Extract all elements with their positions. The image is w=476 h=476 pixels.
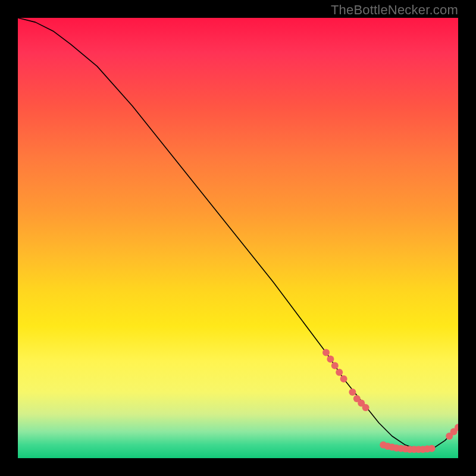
marker-dot [327,356,334,363]
marker-dot [336,369,343,376]
marker-dot [349,389,356,396]
plot-area [18,18,458,458]
chart-svg [18,18,458,458]
curve-line [18,18,458,449]
marker-dot [428,445,436,452]
watermark-text: TheBottleNecker.com [331,2,458,18]
marker-dot [362,404,369,411]
marker-layer [322,349,458,453]
chart-frame: TheBottleNecker.com [0,0,476,476]
marker-dot [322,349,330,356]
marker-dot [340,375,347,383]
curve-layer [18,18,458,449]
marker-dot [331,362,339,369]
